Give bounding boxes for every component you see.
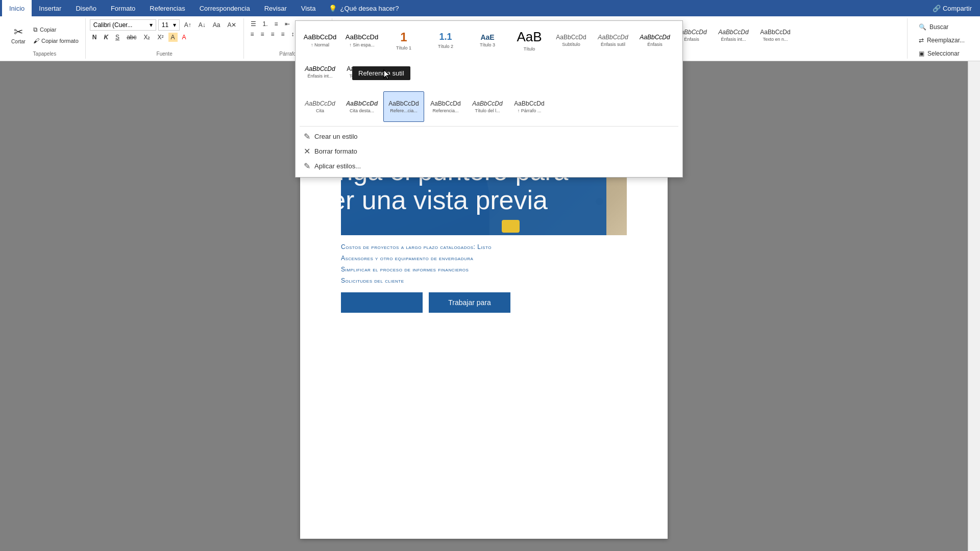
buscar-button[interactable]: 🔍 Buscar xyxy=(916,21,968,33)
edicion-buttons: 🔍 Buscar ⇄ Reemplazar... ▣ Seleccionar xyxy=(912,19,972,61)
tapapeles-buttons: ✂ Cortar ⧉ Copiar 🖌 Copiar formato xyxy=(8,19,81,51)
style-enfasis-int[interactable]: AaBbCcDd Énfasis int... xyxy=(713,20,754,51)
dropdown-parrafo-name: ↑ Párrafo ... xyxy=(518,108,542,113)
tab-revisar[interactable]: Revisar xyxy=(257,0,294,16)
dropdown-arrow-icon: ▾ xyxy=(150,21,153,29)
multilevel-button[interactable]: ≡ xyxy=(272,19,281,29)
dropdown-enfasis[interactable]: AaBbCcDd Énfasis xyxy=(634,25,675,56)
dropdown-enfasis-name: Énfasis xyxy=(647,42,663,47)
doc-link-3[interactable]: Solicitudes del cliente xyxy=(341,277,627,284)
dropdown-titulo2[interactable]: 1.1 Título 2 xyxy=(425,25,466,56)
dropdown-normal-name: ↑ Normal xyxy=(311,42,329,47)
dropdown-subtitulo-name: Subtítulo xyxy=(562,42,580,47)
font-style-row: N K S abc X₂ X² A A xyxy=(90,33,189,42)
bullets-button[interactable]: ☰ xyxy=(248,19,259,29)
replace-icon: ⇄ xyxy=(919,37,924,44)
reemplazar-button[interactable]: ⇄ Reemplazar... xyxy=(916,35,968,46)
doc-button-1[interactable]: Trabajar para xyxy=(429,292,510,313)
share-button[interactable]: 🔗 Compartir xyxy=(933,5,972,12)
clear-format-button[interactable]: A✕ xyxy=(225,20,239,30)
dropdown-titulo1-name: Título 1 xyxy=(396,45,411,51)
dropdown-cita[interactable]: AaBbCcDd Cita xyxy=(300,91,340,122)
font-increase-button[interactable]: A↑ xyxy=(182,20,194,30)
dropdown-cita-dest[interactable]: AaBbCcDd Cita desta... xyxy=(341,91,382,122)
copiar-formato-button[interactable]: 🖌 Copiar formato xyxy=(31,36,81,46)
tab-insertar[interactable]: Insertar xyxy=(32,0,68,16)
dropdown-texto-nn[interactable]: AaBbCcDd Texto en n... xyxy=(341,57,382,87)
indent-decrease-button[interactable]: ⇤ xyxy=(282,19,292,29)
dropdown-sin-espacio-name: ↑ Sin espa... xyxy=(349,42,375,47)
fuente-section: Calibri (Cuer... ▾ 11 ▾ A↑ A↓ Aa A✕ N K … xyxy=(86,18,244,59)
borrar-formato-action[interactable]: ✕ Borrar formato xyxy=(300,144,678,158)
styles-row2: AaBbCcDd Cita AaBbCcDd Cita desta... AaB… xyxy=(300,91,678,122)
dropdown-enfasis-sutil-name: Énfasis sutil xyxy=(601,42,625,47)
search-icon: 🔍 xyxy=(919,23,926,31)
dropdown-titulo2-preview: 1.1 xyxy=(439,32,452,43)
tab-inicio[interactable]: Inicio xyxy=(2,0,32,16)
numbering-button[interactable]: 1. xyxy=(260,19,271,29)
crear-icon: ✎ xyxy=(304,132,310,141)
dropdown-enfasis-int-preview: AaBbCcDd xyxy=(305,65,335,72)
tab-diseno[interactable]: Diseño xyxy=(68,0,103,16)
align-left-button[interactable]: ≡ xyxy=(248,30,257,39)
strikethrough-button[interactable]: abc xyxy=(124,33,139,42)
dropdown-referencia2-name: Referencia... xyxy=(432,108,458,113)
styles-dropdown: AaBbCcDd ↑ Normal AaBbCcDd ↑ Sin espa...… xyxy=(295,20,683,178)
subscript-button[interactable]: X₂ xyxy=(141,33,153,42)
format-brush-icon: 🖌 xyxy=(33,37,39,44)
font-size-selector[interactable]: 11 ▾ xyxy=(158,19,180,31)
seleccionar-button[interactable]: ▣ Seleccionar xyxy=(916,48,968,59)
edicion-section: 🔍 Buscar ⇄ Reemplazar... ▣ Seleccionar E… xyxy=(908,18,976,59)
dropdown-titulo3[interactable]: AaE Título 3 xyxy=(467,25,508,56)
dropdown-subtitulo-preview: AaBbCcDd xyxy=(556,34,586,41)
search-bar[interactable]: 💡 ¿Qué desea hacer? xyxy=(329,5,399,12)
right-panel xyxy=(968,61,980,551)
dropdown-titulo[interactable]: AaB Título xyxy=(509,25,550,56)
doc-link-0[interactable]: Costos de proyectos a largo plazo catalo… xyxy=(341,243,627,251)
font-decrease-button[interactable]: A↓ xyxy=(196,20,208,30)
tab-formato[interactable]: Formato xyxy=(104,0,142,16)
dropdown-parrafo-preview: AaBbCcDd xyxy=(514,100,544,107)
underline-button[interactable]: S xyxy=(113,33,122,42)
align-right-button[interactable]: ≡ xyxy=(268,30,277,39)
font-name-selector[interactable]: Calibri (Cuer... ▾ xyxy=(90,19,156,31)
fuente-controls: Calibri (Cuer... ▾ 11 ▾ A↑ A↓ Aa A✕ N K … xyxy=(90,19,239,51)
italic-button[interactable]: K xyxy=(101,33,111,42)
dropdown-titulo-libro-preview: AaBbCcDd xyxy=(472,100,502,107)
copiar-button[interactable]: ⧉ Copiar xyxy=(31,24,81,35)
justify-button[interactable]: ≡ xyxy=(279,30,287,39)
bold-button[interactable]: N xyxy=(90,33,100,42)
doc-link-2[interactable]: Simplificar el proceso de informes finan… xyxy=(341,266,627,273)
dropdown-sin-espacio[interactable]: AaBbCcDd ↑ Sin espa... xyxy=(341,25,382,56)
dropdown-titulo1[interactable]: 1 Título 1 xyxy=(383,25,424,56)
font-case-button[interactable]: Aa xyxy=(210,20,223,30)
styles-actions: ✎ Crear un estilo ✕ Borrar formato ✎ Apl… xyxy=(300,126,678,173)
dropdown-titulo3-preview: AaE xyxy=(480,33,494,42)
tab-vista[interactable]: Vista xyxy=(294,0,323,16)
align-center-button[interactable]: ≡ xyxy=(258,30,267,39)
crear-estilo-action[interactable]: ✎ Crear un estilo xyxy=(300,130,678,143)
doc-buttons: Trabajar para xyxy=(341,292,627,313)
dropdown-subtitulo[interactable]: AaBbCcDd Subtítulo xyxy=(551,25,592,56)
dropdown-referencia2[interactable]: AaBbCcDd Referencia... xyxy=(425,91,466,122)
cortar-button[interactable]: ✂ Cortar xyxy=(8,24,29,46)
superscript-button[interactable]: X² xyxy=(155,33,166,42)
dropdown-texto-nn-name: Texto en n... xyxy=(349,73,374,79)
tapapeles-section: ✂ Cortar ⧉ Copiar 🖌 Copiar formato Tapap… xyxy=(4,18,86,59)
style-texto-nn[interactable]: AaBbCcDd Texto en n... xyxy=(755,20,796,51)
dropdown-referencia[interactable]: AaBbCcDd Refere...cia... xyxy=(383,91,424,122)
tab-referencias[interactable]: Referencias xyxy=(142,0,192,16)
dropdown-parrafo[interactable]: AaBbCcDd ↑ Párrafo ... xyxy=(509,91,550,122)
ribbon-tabs: Inicio Insertar Diseño Formato Referenci… xyxy=(0,0,980,16)
doc-button-0[interactable] xyxy=(341,292,423,313)
highlight-button[interactable]: A xyxy=(168,33,178,42)
dropdown-enfasis-sutil[interactable]: AaBbCcDd Énfasis sutil xyxy=(593,25,633,56)
tab-correspondencia[interactable]: Correspondencia xyxy=(192,0,257,16)
aplicar-estilos-action[interactable]: ✎ Aplicar estilos... xyxy=(300,159,678,173)
dropdown-cita-name: Cita xyxy=(316,108,324,113)
dropdown-titulo-libro[interactable]: AaBbCcDd Título del l... xyxy=(467,91,508,122)
doc-link-1[interactable]: Ascensores y otro equipamiento de enverg… xyxy=(341,255,627,262)
dropdown-normal[interactable]: AaBbCcDd ↑ Normal xyxy=(300,25,340,56)
font-color-button[interactable]: A xyxy=(180,33,189,42)
dropdown-enfasis-int[interactable]: AaBbCcDd Énfasis int... xyxy=(300,57,340,87)
